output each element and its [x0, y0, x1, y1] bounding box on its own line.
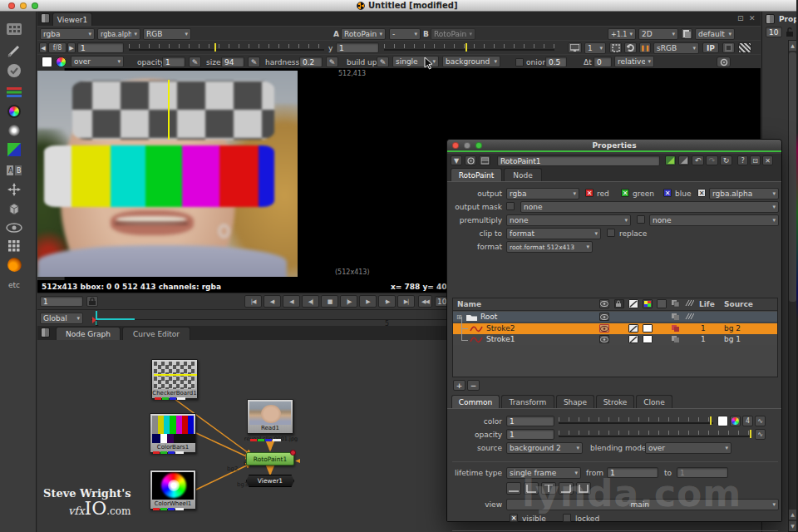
unlock-icon[interactable] [786, 27, 794, 38]
alpha-channel-dropdown[interactable]: rgba.alpha▾ [97, 28, 140, 40]
blend-toggle[interactable] [671, 324, 681, 332]
invert-toggle[interactable] [685, 313, 695, 321]
scroll-up-icon[interactable]: ▲ [789, 41, 796, 51]
table-row-stroke1[interactable]: Stroke1 1 bg 1 [453, 334, 777, 345]
monitor-out-icon[interactable] [568, 42, 582, 53]
alpha-dropdown[interactable]: rgba.alpha▾ [709, 188, 779, 200]
source-column-header[interactable]: Source [724, 300, 753, 308]
visibility-column-icon[interactable] [599, 299, 609, 308]
foreground-color-swatch[interactable] [42, 57, 52, 67]
premult-mask-dropdown[interactable]: none▾ [649, 214, 779, 226]
views-menu-icon[interactable] [4, 219, 24, 237]
pause-icon[interactable]: ❚❚ [639, 42, 651, 53]
play-backward-button[interactable]: ◀ [283, 295, 300, 308]
stereo-view-dropdown[interactable]: 1▾ [584, 42, 606, 54]
fstop-prev-icon[interactable]: ◀ [39, 42, 47, 53]
lock-range-icon[interactable] [86, 296, 98, 307]
visibility-toggle[interactable] [599, 335, 609, 343]
tab-shape[interactable]: Shape [556, 395, 594, 408]
prev-frame-button[interactable]: ◀| [302, 295, 319, 308]
reveal-source-dropdown[interactable]: background 2▾ [442, 56, 500, 67]
buildup-pen-icon[interactable]: ✎ [377, 57, 389, 67]
tab-curve-editor[interactable]: Curve Editor [122, 327, 190, 340]
checkerboard-bg-icon[interactable] [738, 42, 751, 53]
hardness-input[interactable]: 0.2 [299, 57, 323, 67]
tab-common[interactable]: Common [451, 395, 500, 408]
pane-close-icon[interactable]: ✕ [749, 14, 756, 22]
colorspace-dropdown[interactable]: sRGB▾ [653, 42, 699, 54]
node-color-dropdown[interactable]: ▼ [451, 155, 462, 165]
opacity-input[interactable]: 1 [506, 429, 554, 440]
opacity-curve-icon[interactable]: ∿ [755, 429, 766, 440]
goto-end-button[interactable]: ▶| [397, 295, 415, 308]
stop-button[interactable]: ■ [321, 295, 338, 308]
size-pen-icon[interactable]: ✎ [248, 57, 260, 67]
undo-icon[interactable]: ↶ [692, 155, 704, 165]
alpha-checkbox[interactable]: ✕ [697, 189, 706, 197]
goto-start-button[interactable]: |◀ [244, 295, 262, 308]
lock-column-icon[interactable] [614, 299, 624, 308]
node-colorbars1[interactable]: ColorBars1 [150, 413, 196, 453]
blend-column-icon[interactable] [671, 299, 681, 308]
wipe-dropdown[interactable]: -▾ [389, 28, 421, 40]
node-viewer1[interactable]: Viewer1 [246, 475, 294, 487]
node-name-input[interactable]: RotoPaint1 [497, 155, 660, 166]
life-column-header[interactable]: Life [699, 300, 715, 308]
next-frame-button[interactable]: |▶ [340, 295, 357, 308]
properties-titlebar[interactable]: Properties [447, 140, 781, 152]
color-slider[interactable] [559, 416, 713, 426]
lifetime-all-button[interactable] [506, 482, 521, 495]
replace-checkbox[interactable] [607, 229, 615, 237]
blend-toggle[interactable] [671, 335, 681, 343]
color-toggle[interactable] [643, 324, 653, 332]
tab-node-graph[interactable]: Node Graph [56, 327, 121, 340]
redo-icon[interactable]: ↷ [706, 155, 718, 165]
etc-menu-icon[interactable]: etc [4, 276, 24, 294]
output-mask-dropdown[interactable]: none▾ [520, 201, 779, 213]
current-frame-input[interactable]: 1 [40, 296, 83, 307]
opacity-pen-icon[interactable]: ✎ [189, 57, 201, 67]
gain-input[interactable]: 1 [77, 42, 124, 53]
color-wheel-swatch[interactable] [56, 57, 66, 67]
color-wheel-button[interactable] [730, 416, 741, 426]
relative-dropdown[interactable]: relative▾ [614, 56, 654, 67]
furnace-menu-icon[interactable] [4, 255, 24, 273]
scroll-up-icon[interactable]: ▲ [789, 510, 796, 520]
merge-menu-icon[interactable]: AB [4, 161, 24, 180]
blending-mode-dropdown[interactable]: over▾ [645, 442, 732, 454]
name-column-header[interactable]: Name [457, 300, 481, 308]
channels-dropdown[interactable]: rgba▾ [40, 28, 95, 40]
play-forward-button[interactable]: ▶ [359, 295, 377, 308]
float-panel-icon[interactable]: ⊡ [750, 155, 761, 165]
matte-toggle[interactable] [628, 324, 638, 332]
zoom-window-light[interactable] [32, 2, 38, 9]
next-keyframe-button[interactable]: ·▶ [378, 295, 396, 308]
center-node-icon[interactable] [465, 155, 476, 165]
scroll-down-icon[interactable]: ▼ [789, 521, 796, 531]
color-swatch[interactable] [717, 416, 728, 426]
rewind-button[interactable]: ◀◀ [418, 295, 432, 308]
help-icon[interactable]: ? [737, 155, 748, 165]
output-dropdown[interactable]: rgba▾ [506, 188, 579, 200]
tab-rotopaint[interactable]: RotoPaint [451, 168, 502, 181]
viewer-image[interactable] [37, 71, 298, 277]
transform-menu-icon[interactable] [4, 180, 24, 199]
format-dropdown[interactable]: root.format 512x413▾ [506, 241, 593, 253]
dt-input[interactable]: 0 [594, 57, 612, 67]
layout-dropdown[interactable]: default▾ [695, 28, 735, 40]
image-menu-icon[interactable] [4, 20, 24, 38]
node-settings-icon[interactable] [479, 155, 490, 165]
premult-mask-checkbox[interactable] [637, 215, 645, 224]
mask-overlay-icon[interactable] [722, 42, 735, 53]
visibility-toggle[interactable] [599, 313, 609, 321]
close-panel-icon[interactable]: ✕ [762, 155, 773, 165]
revert-knobs-icon[interactable]: ↻ [720, 155, 732, 165]
color-column-icon[interactable] [643, 299, 653, 308]
refresh-icon[interactable] [624, 42, 637, 53]
frame-range-dropdown[interactable]: Global▾ [40, 313, 83, 324]
input-a-dropdown[interactable]: RotoPaint▾ [341, 28, 386, 40]
pane-float-icon[interactable]: ⊡ [737, 14, 744, 22]
locked-checkbox[interactable] [563, 514, 571, 522]
source-dropdown[interactable]: background 2▾ [506, 442, 583, 454]
color-input[interactable]: 1 [506, 416, 554, 426]
